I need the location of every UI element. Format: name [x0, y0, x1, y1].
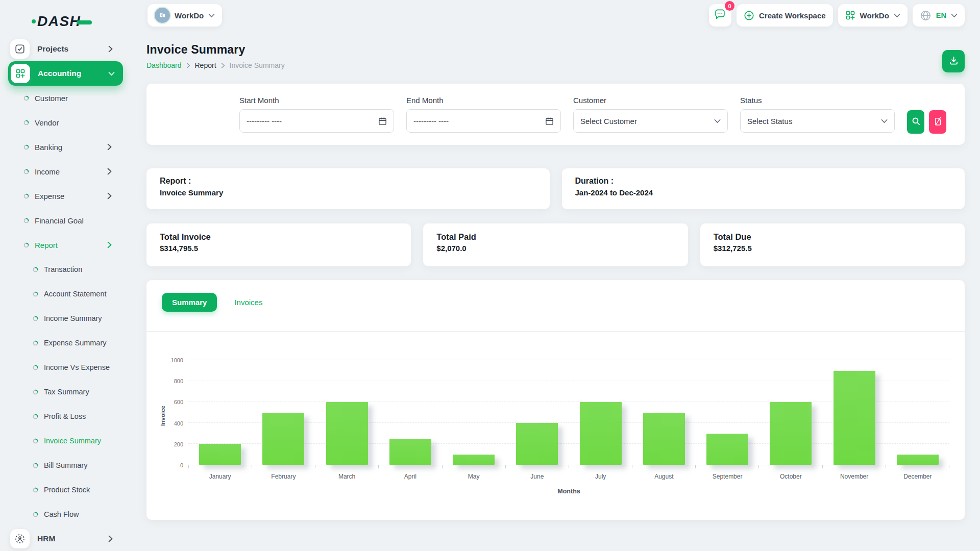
sidebar-item-transaction[interactable]: Transaction — [0, 257, 131, 282]
chevron-down-icon — [108, 71, 115, 76]
bar-november[interactable] — [834, 371, 875, 465]
sidebar-item-hrm[interactable]: HRM — [0, 527, 131, 551]
chevron-right-icon — [107, 241, 112, 248]
workspace-avatar — [155, 8, 170, 23]
messages-button[interactable]: 0 — [709, 4, 731, 27]
bullet-icon — [23, 242, 29, 248]
tab-summary[interactable]: Summary — [162, 293, 217, 312]
start-month-input[interactable]: --------- ---- — [239, 109, 394, 133]
total-due-value: $312,725.5 — [714, 244, 951, 253]
sidebar-item-customer[interactable]: Customer — [0, 86, 131, 110]
search-button[interactable] — [907, 110, 924, 134]
end-month-group: End Month --------- ---- — [406, 96, 561, 133]
sidebar-item-product-stock[interactable]: Product Stock — [0, 478, 131, 502]
grid-plus-icon — [845, 10, 855, 20]
breadcrumb-dashboard[interactable]: Dashboard — [146, 61, 182, 69]
bullet-icon — [23, 169, 29, 174]
sidebar-item-label: Projects — [37, 44, 68, 54]
status-select[interactable]: Select Status — [740, 109, 895, 133]
bar-september[interactable] — [706, 434, 748, 465]
app-logo[interactable]: DASH — [32, 11, 131, 32]
sidebar-item-income-vs-expense[interactable]: Income Vs Expense — [0, 355, 131, 380]
chevron-down-icon — [714, 119, 721, 123]
breadcrumb: Dashboard Report Invoice Summary — [146, 61, 285, 69]
sidebar-item-expense[interactable]: Expense — [0, 184, 131, 208]
content: Invoice Summary Dashboard Report Invoice… — [131, 31, 980, 551]
sidebar-item-label: Transaction — [44, 265, 82, 273]
sidebar-item-label: Profit & Loss — [44, 412, 86, 420]
sidebar-item-invoice-summary[interactable]: Invoice Summary — [0, 429, 131, 453]
y-tick-label: 600 — [174, 399, 183, 405]
customer-select-value: Select Customer — [580, 117, 637, 126]
language-label: EN — [936, 11, 946, 19]
bullet-icon — [23, 120, 29, 126]
bullet-icon — [23, 218, 29, 223]
sidebar-item-accounting[interactable]: Accounting — [8, 61, 123, 86]
workspace-menu-button[interactable]: WorkDo — [838, 4, 908, 27]
bar-july[interactable] — [580, 402, 622, 465]
chart-plot-area — [188, 360, 949, 465]
globe-icon — [920, 10, 932, 21]
page-head: Invoice Summary Dashboard Report Invoice… — [146, 43, 965, 72]
bar-february[interactable] — [262, 413, 304, 465]
bullet-icon — [23, 95, 29, 101]
end-month-input[interactable]: --------- ---- — [406, 109, 561, 133]
chevron-down-icon — [951, 13, 958, 18]
tab-invoices[interactable]: Invoices — [224, 293, 273, 312]
workspace-menu-label: WorkDo — [860, 11, 889, 20]
sidebar-item-label: Tax Summary — [44, 388, 89, 396]
sidebar-item-profit-loss[interactable]: Profit & Loss — [0, 404, 131, 429]
sidebar-item-expense-summary[interactable]: Expense Summary — [0, 331, 131, 355]
chart-y-axis-title: Invoice — [160, 406, 166, 426]
logo-dash-icon — [77, 20, 92, 24]
chart-x-tick-labels: JanuaryFebruaryMarchAprilMayJuneJulyAugu… — [188, 473, 949, 480]
chevron-right-icon — [108, 535, 113, 542]
sidebar-item-vendor[interactable]: Vendor — [0, 110, 131, 135]
sidebar-item-cash-flow[interactable]: Cash Flow — [0, 502, 131, 527]
sidebar-item-tax-summary[interactable]: Tax Summary — [0, 380, 131, 404]
sidebar-item-account-statement[interactable]: Account Statement — [0, 282, 131, 306]
bar-may[interactable] — [453, 455, 495, 465]
sidebar-item-report[interactable]: Report — [0, 233, 131, 257]
sidebar-item-banking[interactable]: Banking — [0, 135, 131, 159]
customer-select[interactable]: Select Customer — [573, 109, 728, 133]
start-month-placeholder: --------- ---- — [247, 117, 282, 126]
create-workspace-button[interactable]: Create Workspace — [737, 4, 833, 27]
bullet-icon — [33, 365, 38, 370]
app: DASH ProjectsAccountingCustomerVendorBan… — [0, 0, 980, 551]
bar-january[interactable] — [199, 444, 241, 465]
tabs: Summary Invoices — [146, 280, 965, 332]
filter-card: Start Month --------- ---- End Month ---… — [146, 84, 965, 145]
sidebar-item-label: Product Stock — [44, 486, 90, 494]
workspace-selector[interactable]: WorkDo — [148, 4, 222, 27]
bar-april[interactable] — [389, 439, 431, 465]
bar-august[interactable] — [643, 413, 685, 465]
bar-october[interactable] — [770, 402, 812, 465]
download-button[interactable] — [942, 50, 965, 72]
bar-june[interactable] — [516, 423, 558, 465]
sidebar-item-income[interactable]: Income — [0, 159, 131, 184]
bullet-icon — [33, 316, 38, 321]
sidebar-item-income-summary[interactable]: Income Summary — [0, 306, 131, 331]
sidebar-item-bill-summary[interactable]: Bill Summary — [0, 453, 131, 478]
bullet-icon — [33, 340, 38, 346]
chevron-down-icon — [208, 13, 215, 18]
scan-user-icon — [10, 529, 30, 548]
sidebar-item-financial-goal[interactable]: Financial Goal — [0, 208, 131, 233]
create-workspace-label: Create Workspace — [759, 11, 826, 20]
bullet-icon — [33, 267, 38, 272]
bullet-icon — [33, 487, 38, 493]
total-due-card: Total Due $312,725.5 — [700, 223, 965, 266]
grid-plus-icon — [11, 64, 30, 83]
chart-card: Summary Invoices Invoice0200400600800100… — [146, 280, 965, 520]
sidebar-item-projects[interactable]: Projects — [0, 37, 131, 61]
bar-december[interactable] — [897, 455, 939, 465]
bar-march[interactable] — [326, 402, 368, 465]
y-tick-label: 200 — [174, 441, 183, 447]
sidebar-item-label: Account Statement — [44, 290, 107, 298]
breadcrumb-report[interactable]: Report — [195, 61, 216, 69]
x-tick-label: May — [442, 473, 505, 480]
y-tick-label: 400 — [174, 420, 183, 427]
reset-button[interactable] — [929, 110, 946, 134]
language-selector[interactable]: EN — [913, 4, 965, 27]
